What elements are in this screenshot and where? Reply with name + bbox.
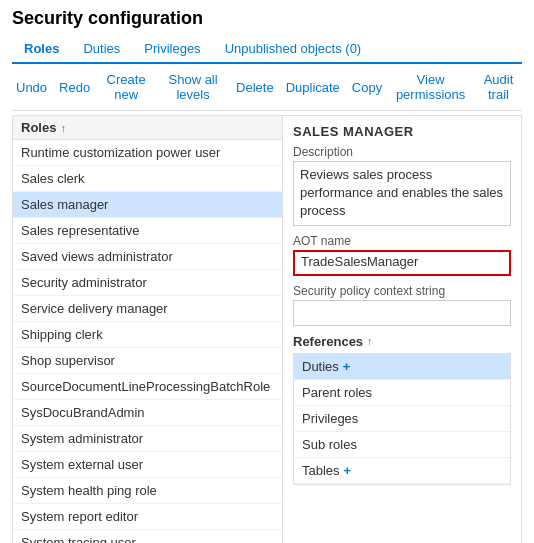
undo-button[interactable]: Undo xyxy=(12,78,51,97)
list-item[interactable]: Sales clerk xyxy=(13,166,282,192)
list-item[interactable]: Sales representative xyxy=(13,218,282,244)
ref-item-label: Privileges xyxy=(302,411,358,426)
audit-trail-button[interactable]: Audit trail xyxy=(475,70,522,104)
list-item[interactable]: SourceDocumentLineProcessingBatchRole xyxy=(13,374,282,400)
list-item[interactable]: SysDocuBrandAdmin xyxy=(13,400,282,426)
redo-button[interactable]: Redo xyxy=(55,78,94,97)
list-item[interactable]: System tracing user xyxy=(13,530,282,543)
ref-item-parent-roles[interactable]: Parent roles xyxy=(294,380,510,406)
create-new-button[interactable]: Create new xyxy=(98,70,154,104)
list-item[interactable]: Runtime customization power user xyxy=(13,140,282,166)
list-header-label: Roles xyxy=(21,120,56,135)
ref-item-duties[interactable]: Duties + xyxy=(294,354,510,380)
list-item[interactable]: Security administrator xyxy=(13,270,282,296)
description-group: Description Reviews sales process perfor… xyxy=(293,145,511,226)
security-policy-label: Security policy context string xyxy=(293,284,511,298)
list-item-selected[interactable]: Sales manager xyxy=(13,192,282,218)
ref-item-plus-icon: + xyxy=(344,463,352,478)
list-item[interactable]: System external user xyxy=(13,452,282,478)
references-list: Duties + Parent roles Privileges Sub rol… xyxy=(293,353,511,485)
list-item[interactable]: Shipping clerk xyxy=(13,322,282,348)
tab-roles[interactable]: Roles xyxy=(12,35,71,64)
ref-item-tables[interactable]: Tables + xyxy=(294,458,510,484)
delete-button[interactable]: Delete xyxy=(232,78,278,97)
tab-unpublished[interactable]: Unpublished objects (0) xyxy=(213,35,374,62)
aot-name-group: AOT name TradeSalesManager xyxy=(293,234,511,276)
list-item[interactable]: System administrator xyxy=(13,426,282,452)
show-all-levels-button[interactable]: Show all levels xyxy=(158,70,228,104)
references-sort-icon: ↑ xyxy=(367,335,373,347)
copy-button[interactable]: Copy xyxy=(348,78,386,97)
aot-name-label: AOT name xyxy=(293,234,511,248)
roles-list-panel: Roles ↑ Runtime customization power user… xyxy=(12,115,282,543)
list-item[interactable]: System health ping role xyxy=(13,478,282,504)
security-policy-group: Security policy context string xyxy=(293,284,511,326)
references-header: References ↑ xyxy=(293,334,511,349)
tab-duties[interactable]: Duties xyxy=(71,35,132,62)
sort-icon: ↑ xyxy=(60,122,66,134)
ref-item-label: Parent roles xyxy=(302,385,372,400)
ref-item-plus-icon: + xyxy=(343,359,351,374)
toolbar: Undo Redo Create new Show all levels Del… xyxy=(12,64,522,111)
ref-item-label: Duties xyxy=(302,359,339,374)
main-content: Roles ↑ Runtime customization power user… xyxy=(12,115,522,543)
security-policy-value[interactable] xyxy=(293,300,511,326)
ref-item-sub-roles[interactable]: Sub roles xyxy=(294,432,510,458)
description-value: Reviews sales process performance and en… xyxy=(293,161,511,226)
description-label: Description xyxy=(293,145,511,159)
ref-item-privileges[interactable]: Privileges xyxy=(294,406,510,432)
page-title: Security configuration xyxy=(12,8,522,29)
list-header: Roles ↑ xyxy=(13,116,282,140)
ref-item-label: Sub roles xyxy=(302,437,357,452)
view-permissions-button[interactable]: View permissions xyxy=(390,70,471,104)
list-item[interactable]: Service delivery manager xyxy=(13,296,282,322)
references-label: References xyxy=(293,334,363,349)
aot-name-value[interactable]: TradeSalesManager xyxy=(293,250,511,276)
list-item[interactable]: System report editor xyxy=(13,504,282,530)
duplicate-button[interactable]: Duplicate xyxy=(282,78,344,97)
tab-privileges[interactable]: Privileges xyxy=(132,35,212,62)
list-item[interactable]: Shop supervisor xyxy=(13,348,282,374)
list-item[interactable]: Saved views administrator xyxy=(13,244,282,270)
detail-panel: SALES MANAGER Description Reviews sales … xyxy=(282,115,522,543)
detail-title: SALES MANAGER xyxy=(293,124,511,139)
tabs-bar: Roles Duties Privileges Unpublished obje… xyxy=(12,35,522,64)
ref-item-label: Tables xyxy=(302,463,340,478)
